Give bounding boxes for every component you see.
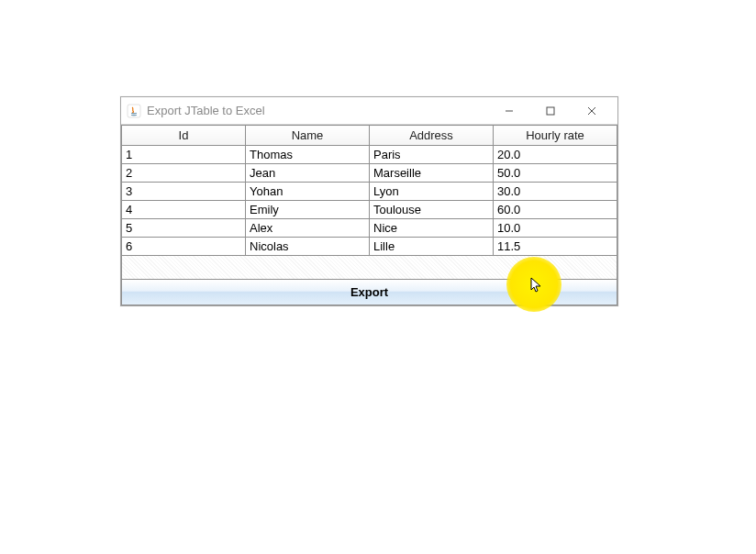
export-button[interactable]: Export — [121, 280, 617, 305]
cell-address[interactable]: Lyon — [370, 183, 494, 201]
cell-address[interactable]: Nice — [370, 219, 494, 238]
cell-rate[interactable]: 11.5 — [494, 238, 617, 256]
window-controls — [488, 98, 612, 124]
cell-rate[interactable]: 20.0 — [494, 146, 617, 164]
table-row[interactable]: 3 Yohan Lyon 30.0 — [122, 183, 617, 201]
col-header-id[interactable]: Id — [122, 126, 246, 146]
cell-id[interactable]: 2 — [122, 164, 246, 183]
java-icon — [127, 104, 141, 118]
maximize-button[interactable] — [529, 98, 571, 124]
cell-address[interactable]: Marseille — [370, 164, 494, 183]
cell-id[interactable]: 3 — [122, 183, 246, 201]
table-row[interactable]: 5 Alex Nice 10.0 — [122, 219, 617, 238]
window-content: Id Name Address Hourly rate 1 Thomas Par… — [121, 125, 617, 305]
cell-id[interactable]: 6 — [122, 238, 246, 256]
minimize-button[interactable] — [488, 98, 529, 124]
window-title: Export JTable to Excel — [147, 104, 488, 117]
cell-rate[interactable]: 30.0 — [494, 183, 617, 201]
col-header-address[interactable]: Address — [370, 126, 494, 146]
col-header-rate[interactable]: Hourly rate — [494, 126, 617, 146]
table-header-row: Id Name Address Hourly rate — [122, 126, 617, 146]
cell-rate[interactable]: 60.0 — [494, 201, 617, 219]
cell-name[interactable]: Alex — [246, 219, 370, 238]
cell-name[interactable]: Thomas — [246, 146, 370, 164]
titlebar: Export JTable to Excel — [121, 97, 617, 125]
col-header-name[interactable]: Name — [246, 126, 370, 146]
cell-name[interactable]: Jean — [246, 164, 370, 183]
cell-id[interactable]: 1 — [122, 146, 246, 164]
cell-name[interactable]: Nicolas — [246, 238, 370, 256]
table-row[interactable]: 6 Nicolas Lille 11.5 — [122, 238, 617, 256]
cell-id[interactable]: 4 — [122, 201, 246, 219]
cell-address[interactable]: Toulouse — [370, 201, 494, 219]
cell-address[interactable]: Lille — [370, 238, 494, 256]
table-row[interactable]: 4 Emily Toulouse 60.0 — [122, 201, 617, 219]
table-empty-area — [121, 256, 617, 280]
table-container: Id Name Address Hourly rate 1 Thomas Par… — [121, 125, 617, 280]
cell-name[interactable]: Emily — [246, 201, 370, 219]
app-window: Export JTable to Excel Id Name Address — [120, 96, 618, 306]
data-table[interactable]: Id Name Address Hourly rate 1 Thomas Par… — [121, 125, 617, 256]
cell-id[interactable]: 5 — [122, 219, 246, 238]
close-button[interactable] — [571, 98, 612, 124]
table-row[interactable]: 1 Thomas Paris 20.0 — [122, 146, 617, 164]
cell-rate[interactable]: 10.0 — [494, 219, 617, 238]
cell-name[interactable]: Yohan — [246, 183, 370, 201]
svg-rect-2 — [547, 107, 554, 115]
table-row[interactable]: 2 Jean Marseille 50.0 — [122, 164, 617, 183]
cell-rate[interactable]: 50.0 — [494, 164, 617, 183]
cell-address[interactable]: Paris — [370, 146, 494, 164]
